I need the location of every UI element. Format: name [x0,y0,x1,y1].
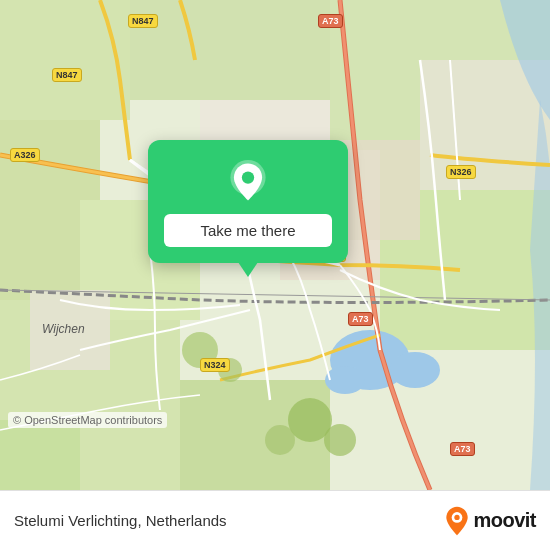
svg-point-28 [455,514,460,519]
popup-card: Take me there [148,140,348,263]
road-badge-n324-bot: N324 [200,358,230,372]
location-pin-icon [226,160,270,204]
road-badge-n326-right: N326 [446,165,476,179]
moovit-logo: moovit [443,505,536,537]
svg-point-22 [265,425,295,455]
road-badge-a73-bot: A73 [450,442,475,456]
svg-point-16 [390,352,440,388]
svg-rect-9 [0,420,80,490]
svg-rect-2 [130,0,330,100]
svg-point-17 [325,366,365,394]
road-badge-n847-left: N847 [52,68,82,82]
moovit-pin-icon [443,505,471,537]
road-badge-a326-left: A326 [10,148,40,162]
bottom-bar: Stelumi Verlichting, Netherlands moovit [0,490,550,550]
moovit-brand-text: moovit [473,509,536,532]
svg-rect-1 [0,0,130,120]
take-me-there-button[interactable]: Take me there [164,214,332,247]
location-info: Stelumi Verlichting, Netherlands [14,512,227,529]
svg-point-26 [242,171,254,183]
map-container: N847 N847 A73 A73 A73 A326 A326 N326 N32… [0,0,550,490]
road-badge-a73-top: A73 [318,14,343,28]
road-badge-a73-mid: A73 [348,312,373,326]
svg-rect-12 [340,140,420,240]
wijchen-label: Wijchen [42,322,85,336]
map-attribution: © OpenStreetMap contributors [8,412,167,428]
road-badge-n847-top: N847 [128,14,158,28]
svg-point-23 [324,424,356,456]
